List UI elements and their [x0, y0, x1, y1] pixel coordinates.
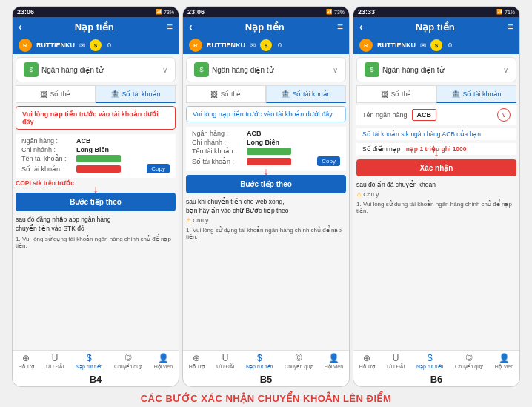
- coin-count-b5: 0: [278, 42, 282, 49]
- bank-row-nganhang-b4: Ngân hàng : ACB: [21, 137, 170, 145]
- label-sotaikhoan-b5: Số tài khoản :: [192, 158, 244, 165]
- warning-icon-b5: ⚠: [186, 217, 191, 224]
- dropdown-button-b6[interactable]: ∨: [497, 108, 511, 122]
- action-button-b5[interactable]: ↓ Bước tiếp theo: [186, 175, 346, 193]
- bank-row-tentaikhoan-b5: Tên tài khoản :: [192, 148, 340, 155]
- tab-sothe-label-b4: Số thẻ: [50, 90, 70, 98]
- action-button-b4[interactable]: ↓ Bước tiếp theo: [16, 193, 176, 211]
- uudai-icon-b5: U: [222, 353, 229, 363]
- naprutien-label-b5: Nạp rút tiền: [246, 364, 273, 370]
- bank-section-b6[interactable]: $ Ngân hàng điện tử ∨: [356, 57, 516, 82]
- time-b5: 23:06: [187, 8, 205, 16]
- label-sotaikhoan-b4: Số tài khoản :: [21, 165, 73, 173]
- tab-sothe-b6[interactable]: 🖼 Số thẻ: [356, 85, 436, 103]
- mail-icon-b4[interactable]: ✉: [79, 42, 85, 50]
- signal-icon-b6: 📶: [496, 9, 503, 15]
- bank-tab-icon-b4: 🏦: [110, 90, 119, 98]
- nav-uudai-b5[interactable]: U ƯU ĐÃI: [216, 353, 235, 370]
- nav-naprutien-b4[interactable]: $ Nạp rút tiền: [76, 353, 102, 370]
- nav-uudai-b6[interactable]: U ƯU ĐÃI: [387, 353, 405, 370]
- bank-info-b4: Ngân hàng : ACB Chi nhánh : Long Biên Tê…: [16, 134, 176, 178]
- label-chinhanh-b4: Chi nhánh :: [21, 146, 73, 153]
- arrow-down-b4: ↓: [93, 183, 99, 195]
- copy-button-b5[interactable]: Copy: [317, 156, 340, 166]
- signal-icon-b5: 📶: [326, 9, 333, 15]
- nav-chuyenquy-b6[interactable]: © Chuyển quỹ: [455, 353, 483, 370]
- back-button-b4[interactable]: ‹: [19, 21, 22, 33]
- nav-chuyenquy-b5[interactable]: © Chuyển quỹ: [285, 353, 313, 370]
- username-b4: RUTTIENKU: [36, 42, 75, 49]
- label-tentaikhoan-b5: Tên tài khoản :: [192, 148, 244, 155]
- nav-naprutien-b5[interactable]: $ Nạp rút tiền: [246, 353, 273, 370]
- chevron-b5: ∨: [333, 66, 338, 74]
- xacnhan-button-b6[interactable]: ↓ Xác nhận: [356, 159, 516, 176]
- value-nganhang-b4: ACB: [76, 137, 91, 145]
- nav-hoivien-b6[interactable]: 👤 Hội viên: [495, 353, 513, 370]
- naprutien-icon-b6: $: [428, 353, 433, 363]
- mail-icon-b5[interactable]: ✉: [250, 42, 256, 50]
- bank-label-b5: $ Ngân hàng điện tử: [194, 62, 273, 77]
- avatar-b6: R: [359, 39, 373, 52]
- copy-button-b4[interactable]: Copy: [147, 164, 170, 173]
- nav-hoivien-b5[interactable]: 👤 Hội viên: [325, 353, 343, 370]
- nav-naprutien-b6[interactable]: $ Nạp rút tiền: [416, 353, 443, 370]
- username-b6: RUTTIENKU: [377, 42, 416, 49]
- phone-b6: 23:33 📶 71% ‹ Nạp tiền ≡ R RUTTIENKU ✉ $…: [353, 6, 520, 387]
- bank-section-b5[interactable]: $ Ngân hàng điện tử ∨: [186, 57, 346, 82]
- tab-sothe-b4[interactable]: 🖼 Số thẻ: [16, 85, 96, 103]
- xacnhan-wrapper-b6: ↓ Xác nhận: [353, 156, 519, 179]
- annotation2-b4: sau đó đăng nhập app ngân hàngchuyển tiề…: [16, 216, 176, 234]
- nav-chuyenquy-b4[interactable]: © Chuyển quỹ: [114, 353, 142, 370]
- nav-uudai-b4[interactable]: U ƯU ĐÃI: [46, 353, 64, 370]
- nav-hotro-b5[interactable]: ⊕ Hỗ Trợ: [189, 353, 205, 370]
- coin-icon-b4: $: [90, 39, 102, 51]
- avatar-b5: R: [189, 39, 202, 52]
- chuyenquy-icon-b6: ©: [466, 353, 473, 363]
- back-button-b5[interactable]: ‹: [189, 21, 193, 33]
- menu-button-b4[interactable]: ≡: [167, 21, 173, 33]
- diem-note-label-b6: Số điểm nạp: [362, 145, 401, 153]
- status-icons-b4: 📶 73%: [156, 9, 174, 15]
- bottom-nav-b6: ⊕ Hỗ Trợ U ƯU ĐÃI $ Nạp rút tiền © Chuyể…: [353, 350, 519, 371]
- label-nganhang-b5: Ngân hàng :: [192, 130, 244, 137]
- battery-b5: 73%: [334, 10, 345, 15]
- avatar-b4: R: [19, 39, 32, 52]
- user-row-b6: R RUTTIENKU ✉ $ 0: [353, 36, 519, 54]
- app-content-b5: $ Ngân hàng điện tử ∨ 🖼 Số thẻ 🏦 Số tài …: [183, 54, 349, 350]
- chuyenquy-label-b5: Chuyển quỹ: [285, 364, 313, 370]
- back-button-b6[interactable]: ‹: [359, 21, 363, 33]
- hotro-label-b4: Hỗ Trợ: [19, 364, 34, 370]
- menu-button-b6[interactable]: ≡: [508, 21, 513, 33]
- menu-button-b5[interactable]: ≡: [337, 21, 343, 33]
- status-bar-b4: 23:06 📶 73%: [13, 7, 179, 17]
- bank-section-text-b4: Ngân hàng điện tử: [41, 66, 103, 74]
- info-box-b5: Vui lòng nạp tiền trước vào tài khoản dư…: [186, 106, 346, 122]
- tab-sotaikhoan-b4[interactable]: 🏦 Số tài khoản: [96, 85, 176, 103]
- chuyenquy-icon-b4: ©: [125, 353, 132, 363]
- tab-sothe-b5[interactable]: 🖼 Số thẻ: [186, 85, 266, 103]
- app-content-b6: $ Ngân hàng điện tử ∨ 🖼 Số thẻ 🏦 Số tài …: [353, 54, 519, 350]
- label-tentaikhoan-b4: Tên tài khoản :: [21, 155, 73, 162]
- bank-section-b4[interactable]: $ Ngân hàng điện tử ∨: [16, 57, 176, 82]
- chuyenquy-icon-b5: ©: [296, 353, 302, 363]
- chuyenquy-label-b6: Chuyển quỹ: [455, 364, 483, 370]
- battery-b6: 71%: [505, 10, 515, 15]
- nav-hotro-b6[interactable]: ⊕ Hỗ Trợ: [359, 353, 375, 370]
- tab-sotaikhoan-b6[interactable]: 🏦 Số tài khoản: [436, 85, 516, 103]
- hotro-label-b5: Hỗ Trợ: [189, 364, 205, 370]
- hoivien-icon-b6: 👤: [499, 353, 510, 363]
- tab-sotaikhoan-label-b4: Số tài khoản: [122, 90, 160, 98]
- hoivien-icon-b5: 👤: [328, 353, 339, 363]
- nav-hotro-b4[interactable]: ⊕ Hỗ Trợ: [19, 353, 34, 370]
- value-chinhanh-b4: Long Biên: [76, 146, 109, 153]
- bank-row-sotaikhoan-b4: Số tài khoản : Copy: [21, 164, 170, 173]
- nav-hoivien-b4[interactable]: 👤 Hội viên: [154, 353, 173, 370]
- bank-section-text-b6: Ngân hàng điện tử: [382, 66, 444, 74]
- tab-sotaikhoan-b5[interactable]: 🏦 Số tài khoản: [266, 85, 346, 103]
- card-icon-b5: 🖼: [210, 90, 218, 99]
- time-b4: 23:06: [17, 8, 34, 16]
- mail-icon-b6[interactable]: ✉: [420, 42, 426, 50]
- stk-note-b6: Số tài khoản stk ngân hàng ACB của bạn: [356, 128, 516, 140]
- tab-sotaikhoan-label-b5: Số tài khoản: [292, 90, 330, 98]
- tab-sothe-label-b6: Số thẻ: [390, 90, 411, 98]
